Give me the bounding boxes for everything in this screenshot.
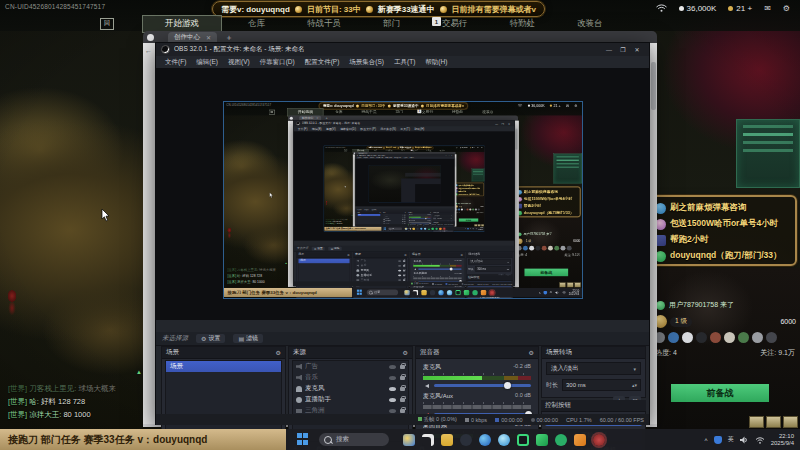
visibility-icon[interactable] bbox=[389, 365, 396, 369]
volume-icon[interactable] bbox=[740, 436, 749, 444]
scenes-header[interactable]: 场景⚙ bbox=[162, 347, 285, 359]
source-item[interactable]: 音乐 bbox=[293, 372, 408, 383]
home-icon[interactable]: 回 bbox=[100, 18, 114, 30]
app-icon[interactable] bbox=[574, 434, 586, 446]
scene-item-selected[interactable]: 场景 bbox=[166, 361, 281, 372]
obs-statusbar: 丢帧 0 (0.0%) 0 kbps 00:00:00 00:00:00 CPU… bbox=[156, 414, 649, 425]
fan-badge-row: 1 级 6000 bbox=[654, 315, 796, 328]
stream-info-box: 刷之前麻烦弹幕咨询 包送1500W哈币or单号4小时 帮跑2小时 douyuqn… bbox=[649, 195, 797, 266]
avatar[interactable] bbox=[738, 332, 749, 343]
tab-department[interactable]: 部门 bbox=[383, 18, 400, 30]
obs-preview[interactable]: CN-UID45268014285451747517 需要v: douyuqnq… bbox=[223, 101, 583, 299]
ime-indicator[interactable]: 英 bbox=[728, 435, 734, 444]
menu-help[interactable]: 帮助(H) bbox=[425, 58, 447, 67]
music-app-icon[interactable] bbox=[517, 434, 529, 446]
wifi-icon bbox=[656, 4, 667, 12]
browser-icon bbox=[147, 34, 154, 41]
close-button[interactable]: ✕ bbox=[630, 46, 644, 53]
tab-warehouse[interactable]: 仓库 bbox=[248, 18, 265, 30]
mixer-header[interactable]: 混音器⚙ bbox=[416, 347, 538, 359]
obs-window: OBS 32.0.1 - 配置文件: 未命名 - 场景: 未命名 — ❐ ✕ 文… bbox=[155, 42, 650, 425]
filters-button[interactable]: ▤滤镜 bbox=[233, 334, 263, 343]
cpu-usage: CPU 1.7% bbox=[566, 417, 592, 423]
qq-browser-icon[interactable] bbox=[498, 434, 510, 446]
visibility-icon[interactable] bbox=[389, 409, 396, 413]
lock-icon[interactable] bbox=[400, 387, 405, 391]
mail-icon[interactable]: ✉ bbox=[764, 4, 771, 13]
settings-gear-icon[interactable]: ⚙ bbox=[783, 4, 790, 13]
tab-special[interactable]: 特勤处 bbox=[510, 18, 536, 30]
file-explorer-icon[interactable] bbox=[441, 434, 453, 446]
properties-button[interactable]: ⚙设置 bbox=[196, 334, 225, 343]
menu-scene-collection[interactable]: 场景集合(S) bbox=[349, 58, 384, 67]
visibility-icon[interactable] bbox=[389, 398, 396, 402]
source-item[interactable]: 麦克风 bbox=[293, 383, 408, 394]
maximize-button[interactable]: ❐ bbox=[616, 46, 630, 53]
menu-edit[interactable]: 编辑(E) bbox=[196, 58, 218, 67]
back-icon[interactable]: ← bbox=[145, 47, 155, 54]
visibility-icon[interactable] bbox=[389, 387, 396, 391]
new-tab-icon[interactable]: ＋ bbox=[225, 32, 233, 43]
hud-marker: ▲ bbox=[136, 369, 142, 375]
avatar[interactable] bbox=[682, 332, 693, 343]
record-timer: 00:00:00 bbox=[531, 417, 558, 423]
menu-view[interactable]: 视图(V) bbox=[228, 58, 250, 67]
duration-input[interactable]: 300 ms▴▾ bbox=[562, 379, 641, 391]
tab-start-game[interactable]: 开始游戏 bbox=[142, 15, 222, 33]
avatar[interactable] bbox=[668, 332, 679, 343]
menu-file[interactable]: 文件(F) bbox=[165, 58, 186, 67]
mouse-cursor bbox=[101, 209, 110, 222]
audio-meter bbox=[423, 376, 531, 380]
steam-icon[interactable] bbox=[460, 434, 472, 446]
announcement-item: 日前节目: 33中 bbox=[307, 4, 361, 15]
menu-docks[interactable]: 停靠窗口(D) bbox=[260, 58, 295, 67]
avatar[interactable] bbox=[710, 332, 721, 343]
follow-count: 关注: 9.1万 bbox=[760, 348, 795, 358]
lock-icon[interactable] bbox=[400, 365, 405, 369]
avatar[interactable] bbox=[752, 332, 763, 343]
taskbar-search[interactable]: 搜索 bbox=[319, 433, 389, 446]
avatar[interactable] bbox=[696, 332, 707, 343]
speaker-icon[interactable] bbox=[423, 383, 431, 389]
edge-browser-icon[interactable] bbox=[479, 434, 491, 446]
lock-icon[interactable] bbox=[400, 398, 405, 402]
source-item[interactable]: 广告 bbox=[293, 361, 408, 372]
transitions-header[interactable]: 场景转场 bbox=[542, 347, 645, 359]
network-icon[interactable] bbox=[755, 436, 765, 444]
obs-titlebar[interactable]: OBS 32.0.1 - 配置文件: 未命名 - 场景: 未命名 — ❐ ✕ bbox=[156, 43, 649, 56]
avatar[interactable] bbox=[766, 332, 777, 343]
start-button[interactable] bbox=[296, 432, 311, 447]
taskbar-clock[interactable]: 22:10 2025/9/4 bbox=[771, 433, 794, 447]
visibility-icon[interactable] bbox=[389, 376, 396, 380]
security-shield-icon[interactable] bbox=[714, 436, 722, 444]
tab-close-icon[interactable]: ✕ bbox=[206, 34, 211, 41]
browser-scrollbar[interactable] bbox=[651, 62, 656, 110]
wechat-icon[interactable] bbox=[555, 434, 567, 446]
tab-market[interactable]: 交易行 bbox=[442, 18, 468, 30]
recorder-app-icon[interactable] bbox=[593, 434, 605, 446]
browser-tab[interactable]: 创作中心 ✕ bbox=[168, 32, 217, 42]
windows-taskbar: 搜索 ˄ 英 22:10 2025/9/4 bbox=[286, 429, 800, 450]
tab-workbench[interactable]: 改装台 bbox=[577, 18, 603, 30]
speaker-icon bbox=[296, 364, 302, 370]
volume-slider[interactable] bbox=[434, 384, 531, 387]
menu-tools[interactable]: 工具(T) bbox=[394, 58, 415, 67]
tab-operators[interactable]: 特战干员 bbox=[307, 18, 341, 30]
lock-icon[interactable] bbox=[400, 409, 405, 413]
sources-header[interactable]: 来源⚙ bbox=[289, 347, 412, 359]
stream-banner: 接跑刀 部门任务 赛季33任务 v：douyuqnqd bbox=[0, 429, 286, 450]
menu-profile[interactable]: 配置文件(P) bbox=[305, 58, 340, 67]
lock-icon[interactable] bbox=[400, 376, 405, 380]
minimize-button[interactable]: — bbox=[602, 47, 616, 53]
info-line: 包送1500W哈币or单号4小时 bbox=[655, 216, 791, 232]
ready-button[interactable]: 前备战 bbox=[671, 384, 769, 402]
game-topbar: CN-UID45268014285451747517 需要v: douyuqnq… bbox=[0, 0, 800, 31]
medal-icon bbox=[366, 6, 373, 13]
app-icon[interactable] bbox=[536, 434, 548, 446]
transition-select[interactable]: 淡入/淡出▾ bbox=[546, 362, 641, 375]
tray-chevron-icon[interactable]: ˄ bbox=[704, 437, 708, 443]
avatar[interactable] bbox=[724, 332, 735, 343]
widgets-icon[interactable] bbox=[403, 434, 415, 446]
app-icon[interactable] bbox=[422, 434, 434, 446]
source-item[interactable]: 直播助手 bbox=[293, 394, 408, 405]
